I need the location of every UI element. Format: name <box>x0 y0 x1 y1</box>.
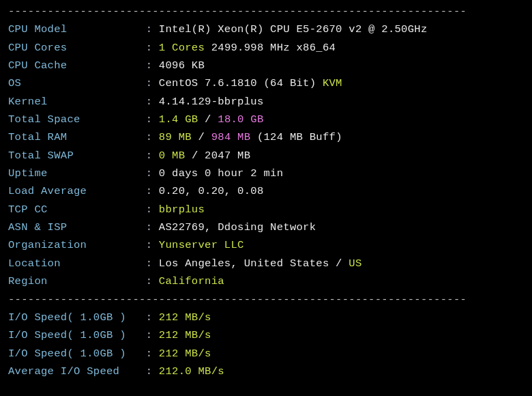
row-region: Region : California <box>8 272 524 290</box>
value-os-virt: KVM <box>323 77 342 89</box>
label-load-avg: Load Average <box>8 185 139 197</box>
value-org: Yunserver LLC <box>159 239 244 251</box>
label-tcp-cc: TCP CC <box>8 203 139 216</box>
row-cpu-cores: CPU Cores : 1 Cores 2499.998 MHz x86_64 <box>8 39 524 57</box>
colon: : <box>146 23 153 36</box>
slash: / <box>192 150 198 162</box>
value-space-total: 18.0 GB <box>218 113 263 126</box>
colon: : <box>146 42 153 54</box>
label-org: Organization <box>8 239 139 251</box>
colon: : <box>146 150 153 162</box>
value-location-name: Los Angeles, United States <box>159 257 329 270</box>
value-swap-total: 2047 MB <box>205 150 250 162</box>
label-cpu-cache: CPU Cache <box>8 59 139 72</box>
value-io-1: 212 MB/s <box>159 311 211 324</box>
row-total-ram: Total RAM : 89 MB / 984 MB (124 MB Buff) <box>8 128 524 146</box>
colon: : <box>146 203 153 216</box>
row-total-swap: Total SWAP : 0 MB / 2047 MB <box>8 147 524 165</box>
row-io-1: I/O Speed( 1.0GB ) : 212 MB/s <box>8 309 524 326</box>
value-location-code: US <box>349 257 361 270</box>
label-total-swap: Total SWAP <box>8 150 139 162</box>
label-cpu-cores: CPU Cores <box>8 42 139 54</box>
colon: : <box>146 239 153 251</box>
colon: : <box>146 311 153 324</box>
label-io-2: I/O Speed( 1.0GB ) <box>8 329 139 341</box>
row-io-3: I/O Speed( 1.0GB ) : 212 MB/s <box>8 345 524 363</box>
label-io-1: I/O Speed( 1.0GB ) <box>8 311 139 324</box>
row-kernel: Kernel : 4.14.129-bbrplus <box>8 93 524 111</box>
value-load-avg: 0.20, 0.20, 0.08 <box>159 185 264 197</box>
label-asn-isp: ASN & ISP <box>8 221 139 234</box>
row-cpu-model: CPU Model : Intel(R) Xeon(R) CPU E5-2670… <box>8 20 524 38</box>
label-io-avg: Average I/O Speed <box>8 365 139 378</box>
colon: : <box>146 113 153 126</box>
label-location: Location <box>8 257 139 270</box>
colon: : <box>146 77 153 89</box>
label-os: OS <box>8 77 139 89</box>
row-location: Location : Los Angeles, United States / … <box>8 255 524 272</box>
value-region: California <box>159 275 224 287</box>
row-org: Organization : Yunserver LLC <box>8 236 524 254</box>
value-cpu-cache: 4096 KB <box>159 59 205 72</box>
row-total-space: Total Space : 1.4 GB / 18.0 GB <box>8 111 524 128</box>
value-io-2: 212 MB/s <box>159 329 211 341</box>
row-io-2: I/O Speed( 1.0GB ) : 212 MB/s <box>8 326 524 344</box>
colon: : <box>146 275 153 287</box>
colon: : <box>146 96 153 108</box>
row-tcp-cc: TCP CC : bbrplus <box>8 201 524 218</box>
value-kernel: 4.14.129-bbrplus <box>159 96 264 108</box>
label-cpu-model: CPU Model <box>8 23 139 36</box>
value-io-avg: 212.0 MB/s <box>159 365 224 378</box>
value-cpu-cores-freq: 2499.998 MHz x86_64 <box>211 42 336 54</box>
value-ram-used: 89 MB <box>159 131 192 143</box>
slash: / <box>336 257 342 270</box>
colon: : <box>146 365 153 378</box>
value-asn-isp: AS22769, Ddosing Network <box>159 221 316 234</box>
label-total-ram: Total RAM <box>8 131 139 143</box>
value-ram-total: 984 MB <box>211 131 251 143</box>
value-os-name: CentOS 7.6.1810 (64 Bit) <box>159 77 316 89</box>
label-region: Region <box>8 275 139 287</box>
separator-mid: ----------------------------------------… <box>8 291 524 309</box>
label-uptime: Uptime <box>8 167 139 180</box>
colon: : <box>146 348 153 360</box>
colon: : <box>146 329 153 341</box>
label-io-3: I/O Speed( 1.0GB ) <box>8 348 139 360</box>
slash: / <box>205 113 211 126</box>
slash: / <box>198 131 205 143</box>
row-uptime: Uptime : 0 days 0 hour 2 min <box>8 165 524 182</box>
value-space-used: 1.4 GB <box>159 113 198 126</box>
colon: : <box>146 59 153 72</box>
value-cpu-cores-count: 1 Cores <box>159 42 205 54</box>
separator-top: ----------------------------------------… <box>8 3 524 20</box>
row-asn-isp: ASN & ISP : AS22769, Ddosing Network <box>8 218 524 236</box>
colon: : <box>146 257 153 270</box>
colon: : <box>146 185 153 197</box>
value-uptime: 0 days 0 hour 2 min <box>159 167 283 180</box>
label-total-space: Total Space <box>8 113 139 126</box>
value-tcp-cc: bbrplus <box>159 203 205 216</box>
colon: : <box>146 221 153 234</box>
label-kernel: Kernel <box>8 96 139 108</box>
row-cpu-cache: CPU Cache : 4096 KB <box>8 57 524 74</box>
row-os: OS : CentOS 7.6.1810 (64 Bit) KVM <box>8 74 524 92</box>
value-cpu-model: Intel(R) Xeon(R) CPU E5-2670 v2 @ 2.50GH… <box>159 23 428 36</box>
colon: : <box>146 131 153 143</box>
value-io-3: 212 MB/s <box>159 348 211 360</box>
value-swap-used: 0 MB <box>159 150 185 162</box>
colon: : <box>146 167 153 180</box>
value-ram-buff: (124 MB Buff) <box>257 131 342 143</box>
row-io-avg: Average I/O Speed : 212.0 MB/s <box>8 363 524 380</box>
row-load-avg: Load Average : 0.20, 0.20, 0.08 <box>8 182 524 200</box>
